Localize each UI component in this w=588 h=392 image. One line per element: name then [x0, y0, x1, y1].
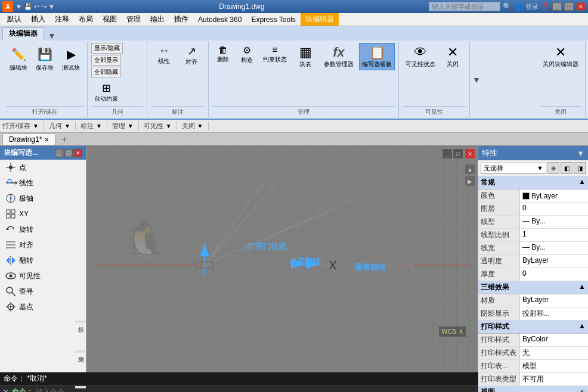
no-selection-dropdown[interactable]: 无选择 ▼ — [481, 163, 546, 174]
menu-item-express-tools[interactable]: Express Tools — [246, 14, 300, 25]
xy-icon — [5, 208, 17, 220]
menu-item-output[interactable]: 输出 — [146, 13, 169, 26]
menu-item-manage[interactable]: 管理 — [122, 13, 146, 26]
minimize-btn[interactable]: _ — [552, 2, 562, 11]
toolbar-expand-visibility[interactable]: ▼ — [166, 123, 172, 129]
ribbon-group-open-save: ✏️ 编辑块 💾 保存块 ▶ 测试块 打开/保存 — [2, 42, 88, 117]
panel-item-linear[interactable]: 线性 — [0, 175, 86, 191]
dropdown-arrow-icon: ▼ — [537, 164, 543, 172]
panel-item-rotate[interactable]: 旋转 — [0, 222, 86, 237]
right-panel-expand-btn[interactable]: ▼ — [577, 149, 584, 158]
toolbar-section-visibility: 可见性 ▼ — [144, 122, 177, 130]
user-icon[interactable]: 👤 — [514, 2, 523, 11]
menu-item-layout[interactable]: 布局 — [74, 13, 98, 26]
btn-write-palette[interactable]: 📋 编写选项板 — [359, 43, 395, 70]
prop-linewidth: 线宽 — By... — [478, 242, 588, 255]
title-bar: A ▼ 💾 ↩ ↪ ▼ Drawing1.dwg 🔍 👤 登录 ❓ _ □ ✕ — [0, 0, 588, 13]
svg-point-22 — [7, 287, 13, 293]
canvas-label-open-state: 打开门状态 — [247, 241, 286, 252]
toolbar-expand-open-save[interactable]: ▼ — [33, 123, 39, 129]
btn-block-table[interactable]: ▦ 块表 — [292, 43, 318, 70]
new-tab-btn[interactable]: + — [58, 133, 70, 146]
visibility-panel-icon — [5, 270, 17, 282]
btn-close-block-editor[interactable]: ✕ 关闭块编辑器 — [540, 43, 581, 70]
svg-point-25 — [10, 306, 12, 308]
user-label[interactable]: 登录 — [525, 2, 539, 11]
menu-item-view[interactable]: 视图 — [98, 13, 122, 26]
linear-icon: ↔ — [159, 45, 169, 57]
btn-linear[interactable]: ↔ 线性 — [151, 43, 177, 67]
quick-access-toolbar[interactable]: ▼ 💾 ↩ ↪ ▼ — [16, 3, 55, 11]
btn-delete[interactable]: 🗑 删除 — [212, 43, 234, 66]
command-input-field[interactable] — [36, 388, 580, 393]
toolbar-expand-annotation[interactable]: ▼ — [96, 123, 102, 129]
btn-save-block[interactable]: 💾 保存块 — [32, 43, 57, 74]
btn-constraint-state[interactable]: ≡ 约束状态 — [260, 43, 290, 66]
btn-display-hide[interactable]: 显示/隐藏 — [91, 43, 123, 54]
ribbon-more-btn[interactable]: ▼ — [472, 75, 481, 85]
btn-edit-block[interactable]: ✏️ 编辑块 — [6, 43, 31, 74]
maximize-btn[interactable]: □ — [564, 2, 574, 11]
toolbar-expand-management[interactable]: ▼ — [128, 123, 134, 129]
toolbar-expand-close[interactable]: ▼ — [197, 123, 203, 129]
svg-point-8 — [10, 197, 12, 200]
toolbar-label-geometry: 几何 — [49, 122, 62, 130]
btn-param-manager[interactable]: fx 参数管理器 — [321, 43, 357, 70]
section-print[interactable]: 打印样式 ▲ — [478, 321, 588, 334]
panel-item-polar[interactable]: 极轴 — [0, 191, 86, 206]
prop-color: 颜色 ByLayer — [478, 189, 588, 203]
panel-item-point[interactable]: 点 — [0, 160, 86, 175]
doc-tab-drawing1[interactable]: Drawing1* ✕ — [2, 133, 55, 145]
btn-test-block[interactable]: ▶ 测试块 — [58, 43, 83, 74]
doc-tab-close-btn[interactable]: ✕ — [44, 136, 49, 143]
panel-minimize-btn[interactable]: _ — [55, 149, 63, 157]
toolbar-label-visibility: 可见性 — [144, 122, 163, 130]
panel-item-flip[interactable]: 翻转 — [0, 253, 86, 268]
menu-item-annotate[interactable]: 注释 — [50, 13, 74, 26]
btn-show-all[interactable]: 全部显示 — [91, 55, 121, 66]
left-panel-title-label: 块编写选... — [4, 148, 38, 158]
panel-close-btn[interactable]: ✕ — [74, 149, 82, 157]
close-btn[interactable]: ✕ — [576, 2, 586, 11]
section-general[interactable]: 常规 ▲ — [478, 176, 588, 189]
panel-maximize-btn[interactable]: □ — [64, 149, 73, 157]
doc-tabs: Drawing1* ✕ + — [0, 133, 588, 146]
btn-construct[interactable]: ⚙ 构造 — [236, 43, 258, 66]
close-vis-icon: ✕ — [447, 45, 458, 60]
menu-item-insert[interactable]: 插入 — [26, 13, 50, 26]
right-panel-title: 特性 ▼ — [478, 146, 588, 160]
menu-item-default[interactable]: 默认 — [2, 13, 26, 26]
ns-btn-3[interactable]: ◨ — [574, 162, 586, 174]
left-panel-title: 块编写选... _ □ ✕ — [0, 146, 86, 160]
tab-block-editor[interactable]: 块编辑器 — [2, 27, 44, 41]
menu-item-autodesk360[interactable]: Autodesk 360 — [193, 14, 246, 25]
ribbon-tab-extra[interactable]: ▼ — [48, 31, 56, 41]
ns-btn-2[interactable]: ◧ — [561, 162, 572, 174]
toolbar-label-open-save: 打开/保存 — [2, 122, 30, 130]
help-icon[interactable]: ❓ — [541, 2, 550, 11]
panel-item-basepoint[interactable]: 基点 — [0, 299, 86, 315]
panel-item-visibility[interactable]: 可见性 — [0, 268, 86, 284]
ns-btn-1[interactable]: ⊕ — [547, 162, 559, 174]
search-input[interactable] — [429, 2, 500, 11]
btn-auto-constraint[interactable]: ⊞ 自动约束 — [91, 80, 121, 105]
ribbon-group-visibility: 👁 可见性状态 ✕ 关闭 可见性 — [399, 42, 470, 117]
menu-item-block-editor[interactable]: 块编辑器 — [301, 13, 339, 26]
menu-item-plugins[interactable]: 插件 — [169, 13, 193, 26]
btn-align[interactable]: ↗ 对齐 — [178, 43, 205, 68]
btn-hide-all[interactable]: 全部隐藏 — [91, 67, 121, 77]
no-selection-row: 无选择 ▼ ⊕ ◧ ◨ — [478, 160, 588, 176]
btn-close-vis[interactable]: ✕ 关闭 — [440, 43, 466, 70]
toolbar-expand-geometry[interactable]: ▼ — [64, 123, 70, 129]
section-3d[interactable]: 三维效果 ▲ — [478, 281, 588, 294]
search-icon[interactable]: 🔍 — [503, 2, 512, 11]
canvas-area[interactable]: _ □ ✕ ▲ ▶ WCS ∧ — [86, 146, 478, 372]
close-command-btn[interactable]: ✕ — [2, 387, 10, 393]
panel-item-search[interactable]: 查寻 — [0, 284, 86, 299]
btn-visibility-state[interactable]: 👁 可见性状态 — [403, 43, 438, 70]
svg-marker-4 — [16, 181, 17, 185]
side-label-1: 极 — [75, 321, 86, 323]
panel-item-xy[interactable]: XY — [0, 206, 86, 222]
prop-thickness: 厚度 0 — [478, 268, 588, 281]
panel-item-align-left[interactable]: 对齐 — [0, 237, 86, 253]
